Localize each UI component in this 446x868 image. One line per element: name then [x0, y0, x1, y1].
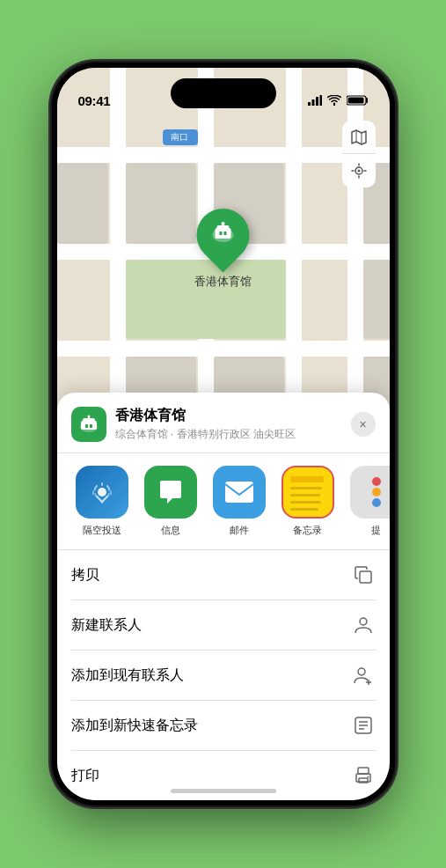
svg-rect-23 — [225, 482, 253, 503]
more-label: 提 — [371, 524, 381, 537]
share-item-airdrop[interactable]: 隔空投送 — [71, 466, 133, 537]
venue-icon — [71, 407, 106, 442]
person-plus-icon — [351, 663, 376, 688]
map-block — [363, 260, 390, 339]
pin-shadow — [219, 258, 228, 267]
svg-rect-14 — [223, 224, 224, 227]
venue-name: 香港体育馆 — [115, 407, 351, 425]
print-icon — [351, 763, 376, 788]
action-item-new-contact[interactable]: 新建联系人 — [71, 600, 376, 651]
map-block — [57, 163, 108, 244]
phone-frame: 09:41 — [52, 63, 395, 805]
svg-point-7 — [357, 170, 360, 173]
svg-point-31 — [367, 776, 369, 778]
share-item-mail[interactable]: 邮件 — [208, 466, 270, 537]
wifi-icon — [327, 95, 341, 108]
more-icon — [350, 466, 390, 519]
quick-note-label: 添加到新快速备忘录 — [71, 717, 198, 735]
svg-rect-21 — [88, 416, 90, 420]
note-icon — [351, 713, 376, 738]
action-item-add-contact[interactable]: 添加到现有联系人 — [71, 651, 376, 701]
add-contact-label: 添加到现有联系人 — [71, 666, 184, 685]
copy-label: 拷贝 — [71, 566, 99, 585]
share-item-messages[interactable]: 信息 — [140, 466, 201, 537]
home-indicator — [171, 789, 276, 793]
location-pin: 香港体育馆 — [194, 209, 252, 290]
venue-info: 香港体育馆 综合体育馆 · 香港特别行政区 油尖旺区 — [115, 407, 351, 442]
color-dots — [372, 477, 381, 507]
new-contact-label: 新建联系人 — [71, 616, 142, 635]
pin-inner — [210, 219, 237, 251]
svg-rect-28 — [358, 768, 369, 774]
svg-rect-1 — [311, 99, 314, 106]
dynamic-island — [171, 78, 276, 108]
share-item-more[interactable]: 提 — [346, 466, 390, 537]
notes-label: 备忘录 — [293, 524, 322, 537]
svg-rect-5 — [347, 98, 363, 104]
map-road — [57, 341, 390, 357]
svg-point-22 — [98, 488, 106, 497]
bottom-sheet: 香港体育馆 综合体育馆 · 香港特别行政区 油尖旺区 × — [57, 393, 390, 800]
airdrop-icon — [76, 466, 128, 519]
print-label: 打印 — [71, 767, 99, 785]
battery-icon — [347, 95, 369, 108]
svg-rect-30 — [359, 778, 368, 783]
svg-point-26 — [358, 668, 365, 675]
action-list: 拷贝 新建联系人 — [57, 550, 390, 800]
svg-rect-18 — [85, 424, 88, 428]
map-block — [126, 163, 196, 244]
svg-rect-11 — [220, 232, 223, 235]
south-entrance-label: 南口 — [163, 129, 198, 145]
person-icon — [351, 613, 376, 637]
messages-icon — [144, 466, 197, 519]
mail-icon — [213, 466, 266, 519]
status-icons — [308, 95, 369, 108]
venue-subtitle: 综合体育馆 · 香港特别行政区 油尖旺区 — [115, 427, 351, 442]
share-item-notes[interactable]: 备忘录 — [277, 466, 339, 537]
notes-lines — [283, 469, 333, 516]
svg-point-25 — [360, 618, 367, 625]
phone-screen: 09:41 — [57, 68, 390, 800]
venue-pin-label: 香港体育馆 — [194, 274, 252, 290]
map-type-button[interactable] — [342, 121, 376, 154]
svg-rect-19 — [90, 424, 92, 428]
copy-icon — [351, 563, 376, 587]
sheet-header: 香港体育馆 综合体育馆 · 香港特别行政区 油尖旺区 × — [57, 407, 390, 453]
map-controls — [342, 121, 376, 188]
share-row: 隔空投送 信息 — [57, 453, 390, 550]
airdrop-label: 隔空投送 — [83, 524, 121, 537]
map-road — [57, 147, 390, 163]
svg-rect-24 — [360, 571, 371, 583]
svg-rect-2 — [316, 97, 318, 106]
notes-icon — [281, 466, 334, 519]
mail-label: 邮件 — [230, 524, 249, 537]
status-time: 09:41 — [78, 93, 111, 108]
signal-icon — [308, 95, 322, 108]
action-item-copy[interactable]: 拷贝 — [71, 550, 376, 600]
action-item-quick-note[interactable]: 添加到新快速备忘录 — [71, 701, 376, 751]
svg-rect-12 — [224, 232, 227, 235]
messages-label: 信息 — [161, 524, 180, 537]
location-button[interactable] — [342, 154, 376, 188]
svg-rect-0 — [308, 102, 311, 106]
svg-rect-3 — [319, 95, 322, 106]
close-button[interactable]: × — [351, 412, 376, 437]
